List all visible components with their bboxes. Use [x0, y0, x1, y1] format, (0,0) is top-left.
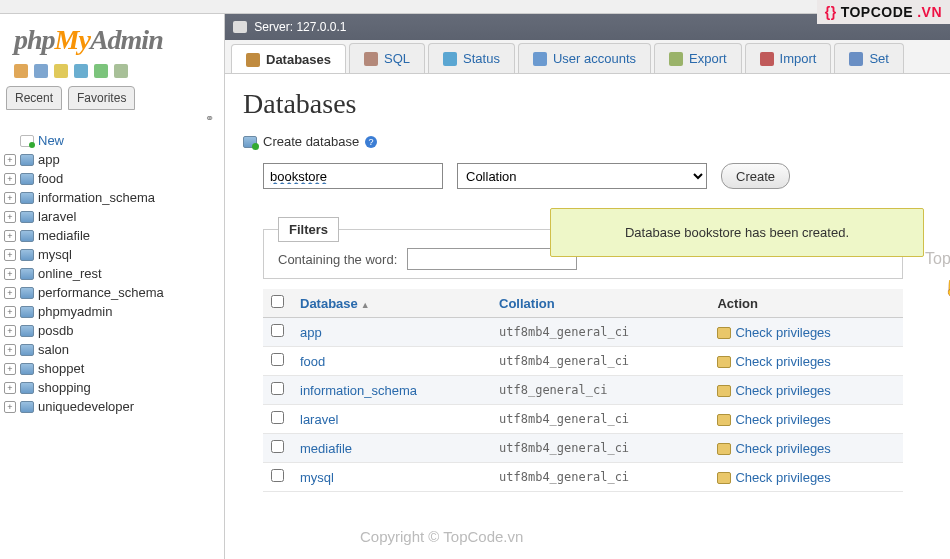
row-checkbox[interactable] [271, 440, 284, 453]
db-name-cell[interactable]: mediafile [292, 434, 491, 463]
database-icon [20, 287, 34, 299]
tab-status[interactable]: Status [428, 43, 515, 73]
tab-favorites[interactable]: Favorites [68, 86, 135, 110]
tab-sql[interactable]: SQL [349, 43, 425, 73]
db-name-cell[interactable]: food [292, 347, 491, 376]
tree-item-db[interactable]: +shoppet [4, 359, 218, 378]
collation-cell: utf8mb4_general_ci [491, 405, 709, 434]
navigation-settings-icon[interactable] [74, 64, 88, 78]
check-all-header[interactable] [263, 289, 292, 318]
home-icon[interactable] [14, 64, 28, 78]
db-name-cell[interactable]: mysql [292, 463, 491, 492]
tab-databases[interactable]: Databases [231, 44, 346, 74]
docs-icon[interactable] [54, 64, 68, 78]
action-cell[interactable]: Check privileges [709, 376, 903, 405]
db-name-cell[interactable]: app [292, 318, 491, 347]
collation-cell: utf8_general_ci [491, 376, 709, 405]
row-checkbox[interactable] [271, 353, 284, 366]
settings-icon[interactable] [114, 64, 128, 78]
tab-import[interactable]: Import [745, 43, 832, 73]
tree-item-db[interactable]: +shopping [4, 378, 218, 397]
tree-item-db[interactable]: +posdb [4, 321, 218, 340]
database-name-input[interactable] [263, 163, 443, 189]
logo[interactable]: phpMyAdmin [0, 14, 224, 62]
database-icon [20, 192, 34, 204]
expand-icon[interactable]: + [4, 287, 16, 299]
tree-item-db[interactable]: +laravel [4, 207, 218, 226]
action-cell[interactable]: Check privileges [709, 463, 903, 492]
tree-item-db[interactable]: +food [4, 169, 218, 188]
privileges-icon [717, 414, 731, 426]
create-database-icon [243, 136, 257, 148]
link-icon[interactable]: ⚭ [0, 110, 224, 129]
row-checkbox[interactable] [271, 469, 284, 482]
tab-user-accounts[interactable]: User accounts [518, 43, 651, 73]
expand-icon[interactable]: + [4, 401, 16, 413]
database-icon [20, 230, 34, 242]
action-cell[interactable]: Check privileges [709, 405, 903, 434]
action-cell[interactable]: Check privileges [709, 318, 903, 347]
row-checkbox[interactable] [271, 324, 284, 337]
expand-icon[interactable]: + [4, 230, 16, 242]
tab-settings[interactable]: Set [834, 43, 904, 73]
database-icon [20, 325, 34, 337]
database-icon [20, 154, 34, 166]
expand-icon[interactable]: + [4, 268, 16, 280]
create-button[interactable]: Create [721, 163, 790, 189]
tree-item-db[interactable]: +uniquedeveloper [4, 397, 218, 416]
action-cell[interactable]: Check privileges [709, 434, 903, 463]
privileges-icon [717, 472, 731, 484]
database-icon [20, 306, 34, 318]
expand-icon[interactable]: + [4, 344, 16, 356]
db-name-cell[interactable]: laravel [292, 405, 491, 434]
expand-icon[interactable]: + [4, 382, 16, 394]
expand-icon[interactable]: + [4, 363, 16, 375]
expand-icon[interactable]: + [4, 192, 16, 204]
row-checkbox[interactable] [271, 411, 284, 424]
expand-icon[interactable]: + [4, 306, 16, 318]
expand-icon[interactable]: + [4, 325, 16, 337]
tree-item-db[interactable]: +salon [4, 340, 218, 359]
col-collation[interactable]: Collation [491, 289, 709, 318]
tree-item-db[interactable]: +app [4, 150, 218, 169]
sidebar: phpMyAdmin Recent Favorites ⚭ New+app+fo… [0, 14, 225, 559]
check-all-checkbox[interactable] [271, 295, 284, 308]
tree-item-new[interactable]: New [4, 131, 218, 150]
databases-icon [246, 53, 260, 67]
collation-cell: utf8mb4_general_ci [491, 318, 709, 347]
logout-icon[interactable] [34, 64, 48, 78]
database-icon [20, 382, 34, 394]
import-icon [760, 52, 774, 66]
sql-icon [364, 52, 378, 66]
action-cell[interactable]: Check privileges [709, 347, 903, 376]
databases-table: Database▲ Collation Action apputf8mb4_ge… [263, 289, 903, 492]
database-icon [20, 363, 34, 375]
expand-icon[interactable]: + [4, 211, 16, 223]
tab-export[interactable]: Export [654, 43, 742, 73]
export-icon [669, 52, 683, 66]
row-checkbox[interactable] [271, 382, 284, 395]
tree-item-db[interactable]: +phpmyadmin [4, 302, 218, 321]
filters-label: Filters [278, 217, 339, 242]
reload-icon[interactable] [94, 64, 108, 78]
tree-item-db[interactable]: +mysql [4, 245, 218, 264]
collation-select[interactable]: Collation [457, 163, 707, 189]
mouse-cursor: ☝ [943, 279, 950, 298]
user-accounts-icon [533, 52, 547, 66]
expand-icon[interactable]: + [4, 173, 16, 185]
table-row: mediafileutf8mb4_general_ciCheck privile… [263, 434, 903, 463]
help-icon[interactable]: ? [365, 136, 377, 148]
tree-item-db[interactable]: +mediafile [4, 226, 218, 245]
tree-item-db[interactable]: +information_schema [4, 188, 218, 207]
database-icon [20, 249, 34, 261]
watermark-badge: {} TOPCODE.VN [817, 0, 950, 24]
expand-icon[interactable]: + [4, 154, 16, 166]
settings-icon [849, 52, 863, 66]
tree-item-db[interactable]: +performance_schema [4, 283, 218, 302]
col-database[interactable]: Database▲ [292, 289, 491, 318]
tab-recent[interactable]: Recent [6, 86, 62, 110]
sidebar-history-tabs: Recent Favorites [0, 86, 224, 110]
db-name-cell[interactable]: information_schema [292, 376, 491, 405]
expand-icon[interactable]: + [4, 249, 16, 261]
tree-item-db[interactable]: +online_rest [4, 264, 218, 283]
